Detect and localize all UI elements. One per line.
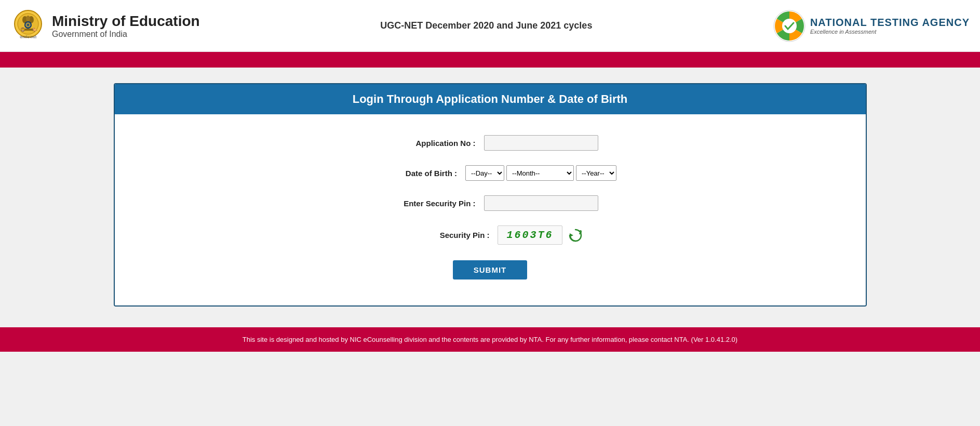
form-card-header: Login Through Application Number & Date … xyxy=(115,84,866,114)
captcha-label: Security Pin : xyxy=(396,231,489,239)
org-name: Ministry of Education xyxy=(52,12,200,30)
svg-point-4 xyxy=(26,16,30,22)
page-title: UGC-NET December 2020 and June 2021 cycl… xyxy=(380,20,592,31)
dob-month-select[interactable]: --Month-- JanuaryFebruaryMarchApril MayJ… xyxy=(506,165,574,181)
security-pin-input[interactable] xyxy=(484,195,598,211)
org-title-block: Ministry of Education Government of Indi… xyxy=(52,12,200,39)
header: 🦁 🐎 सत्यमेव जयते Ministry of Education G… xyxy=(0,0,980,52)
application-no-label: Application No : xyxy=(382,139,476,148)
refresh-icon xyxy=(568,228,583,243)
svg-text:🐎: 🐎 xyxy=(32,27,37,32)
dob-selects: --Day-- 12345 678910 1112131415 16171819… xyxy=(465,165,616,181)
svg-text:🦁: 🦁 xyxy=(20,27,25,32)
footer: This site is designed and hosted by NIC … xyxy=(0,327,980,352)
svg-text:सत्यमेव जयते: सत्यमेव जयते xyxy=(19,35,37,39)
form-card: Login Through Application Number & Date … xyxy=(114,83,867,307)
dob-row: Date of Birth : --Day-- 12345 678910 111… xyxy=(125,165,855,181)
ashoka-emblem-icon: 🦁 🐎 सत्यमेव जयते xyxy=(10,8,46,44)
application-no-row: Application No : xyxy=(125,135,855,151)
submit-row: SUBMIT xyxy=(125,260,855,279)
nta-subtitle: Excellence in Assessment xyxy=(810,29,970,35)
security-pin-input-label: Enter Security Pin : xyxy=(382,199,476,208)
application-no-input[interactable] xyxy=(484,135,598,151)
security-pin-input-row: Enter Security Pin : xyxy=(125,195,855,211)
main-content: Login Through Application Number & Date … xyxy=(0,68,980,327)
top-red-banner xyxy=(0,52,980,68)
submit-button[interactable]: SUBMIT xyxy=(453,260,528,279)
dob-day-select[interactable]: --Day-- 12345 678910 1112131415 16171819… xyxy=(465,165,504,181)
org-sub: Government of India xyxy=(52,30,200,39)
header-right: NATIONAL TESTING AGENCY Excellence in As… xyxy=(773,9,970,43)
captcha-row: Security Pin : 1603T6 xyxy=(125,225,855,245)
form-card-title: Login Through Application Number & Date … xyxy=(353,92,628,105)
captcha-display-group: 1603T6 xyxy=(498,225,584,245)
form-card-body: Application No : Date of Birth : --Day--… xyxy=(115,114,866,305)
captcha-value: 1603T6 xyxy=(498,225,562,245)
refresh-captcha-button[interactable] xyxy=(567,227,584,244)
footer-text: This site is designed and hosted by NIC … xyxy=(243,336,737,343)
header-left: 🦁 🐎 सत्यमेव जयते Ministry of Education G… xyxy=(10,8,200,44)
nta-text-block: NATIONAL TESTING AGENCY Excellence in As… xyxy=(810,17,970,35)
nta-logo-container: NATIONAL TESTING AGENCY Excellence in As… xyxy=(773,9,970,43)
dob-year-select[interactable]: --Year-- 1980198119821983 19841985198619… xyxy=(576,165,616,181)
nta-logo-icon xyxy=(773,9,806,43)
svg-point-15 xyxy=(782,19,797,33)
dob-label: Date of Birth : xyxy=(364,169,457,178)
nta-title: NATIONAL TESTING AGENCY xyxy=(810,17,970,29)
